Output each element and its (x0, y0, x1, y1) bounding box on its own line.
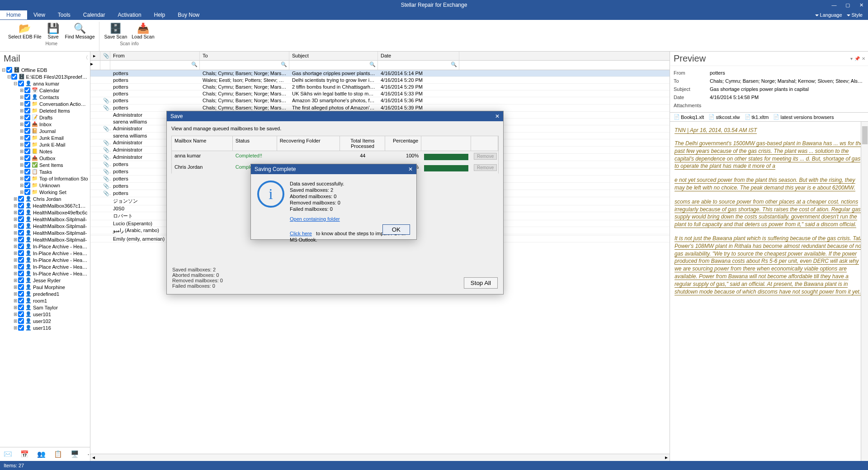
tree-checkbox[interactable] (24, 182, 30, 188)
message-row[interactable]: pottersChals; Cymru; Barsen; Norge; Mars… (90, 70, 670, 77)
tree-checkbox[interactable] (24, 87, 30, 93)
preview-pin-icon[interactable]: 📌 (854, 56, 860, 61)
tree-checkbox[interactable] (11, 74, 17, 80)
close-button[interactable]: ✕ (854, 0, 868, 10)
remove-button[interactable]: Remove (474, 164, 497, 171)
tree-checkbox[interactable] (18, 230, 24, 236)
tree-checkbox[interactable] (18, 203, 24, 209)
tree-checkbox[interactable] (24, 101, 30, 107)
tree-path[interactable]: ⊟🗄️E:\EDB Files\2013\predefined (0, 73, 90, 80)
tree-checkbox[interactable] (18, 209, 24, 215)
tab-help[interactable]: Help (148, 10, 172, 19)
tree-checkbox[interactable] (24, 94, 30, 100)
mailbox-room1[interactable]: ⊞👤room1 (0, 297, 90, 304)
tree-checkbox[interactable] (24, 155, 30, 161)
mailbox-predefined1[interactable]: ⊞👤predefined1 (0, 290, 90, 297)
mailbox-healthmailboxe49efbc6c[interactable]: ⊞👤HealthMailboxe49efbc6c (0, 209, 90, 216)
mailbox-healthmailbox-sitpimail-[interactable]: ⊞👤HealthMailbox-SitpImail- (0, 216, 90, 223)
date-column-header[interactable]: Date (378, 52, 459, 60)
mailbox-anna-kumar[interactable]: ⊟👤anna kumar (0, 80, 90, 87)
save-scan-button[interactable]: 🗄️ Save Scan (102, 22, 129, 40)
subject-filter[interactable]: 🔍 (289, 61, 378, 70)
tree-checkbox[interactable] (24, 189, 30, 195)
subject-column-header[interactable]: Subject (289, 52, 378, 60)
tree-checkbox[interactable] (24, 176, 30, 181)
folder-journal[interactable]: ⊞📔Journal (0, 128, 90, 134)
tab-home[interactable]: Home (0, 10, 27, 19)
mailbox-paul-morphine[interactable]: ⊞👤Paul Morphine (0, 284, 90, 290)
mailbox-user116[interactable]: ⊞👤user116 (0, 324, 90, 331)
tree-checkbox[interactable] (24, 162, 30, 168)
mailbox-user102[interactable]: ⊞👤user102 (0, 318, 90, 324)
tasks-view-icon[interactable]: 📋 (52, 448, 64, 460)
horizontal-scrollbar[interactable]: ◂▸ (90, 454, 670, 461)
folder-working-set[interactable]: ⊞📁Working Set (0, 189, 90, 195)
tree-checkbox[interactable] (18, 250, 24, 256)
folder-junk-e-mail[interactable]: ⊞📁Junk E-Mail (0, 141, 90, 148)
tree-checkbox[interactable] (24, 114, 30, 120)
tree-checkbox[interactable] (18, 237, 24, 242)
click-here-link[interactable]: Click here (290, 230, 312, 237)
flag-column-header[interactable]: ▸ (90, 52, 100, 60)
stop-all-button[interactable]: Stop All (464, 277, 498, 289)
contacts-view-icon[interactable]: 👥 (35, 448, 47, 460)
folder-inbox[interactable]: ⊞📥Inbox (0, 121, 90, 128)
mailbox-healthmailbox-sitpimail-[interactable]: ⊞👤HealthMailbox-SitpImail- (0, 236, 90, 243)
folder-notes[interactable]: ⊞📒Notes (0, 148, 90, 155)
tree-checkbox[interactable] (18, 216, 24, 222)
preview-dropdown-icon[interactable]: ▾ (850, 56, 853, 61)
tree-checkbox[interactable] (18, 81, 24, 86)
folder-deleted-items[interactable]: ⊞📁Deleted Items (0, 107, 90, 114)
mail-view-icon[interactable]: ✉️ (2, 448, 14, 460)
collapse-sidebar-icon[interactable]: 〈 (83, 54, 88, 61)
folder-top-of-information-sto[interactable]: ⊞📁Top of Information Sto (0, 175, 90, 182)
vertical-scrollbar[interactable] (861, 122, 868, 461)
mailbox-in-place-archive-healthl[interactable]: ⊞👤In-Place Archive - Healthl (0, 256, 90, 263)
tree-checkbox[interactable] (18, 298, 24, 304)
tree-checkbox[interactable] (18, 223, 24, 229)
tree-checkbox[interactable] (24, 128, 30, 134)
tab-view[interactable]: View (27, 10, 52, 19)
tree-checkbox[interactable] (24, 121, 30, 127)
message-row[interactable]: pottersChals; Cymru; Barsen; Norge; Mars… (90, 84, 670, 90)
tab-buy-now[interactable]: Buy Now (171, 10, 206, 19)
message-row[interactable]: pottersWales; Eesti; Ison; Potters; Stee… (90, 77, 670, 84)
mailbox-chris-jordan[interactable]: ⊞👤Chris Jordan (0, 195, 90, 202)
calendar-view-icon[interactable]: 📅 (19, 448, 31, 460)
journal-view-icon[interactable]: 🖥️ (69, 448, 81, 460)
tab-calendar[interactable]: Calendar (77, 10, 112, 19)
date-filter[interactable]: 🔍 (378, 61, 459, 70)
mailbox-in-place-archive-healthl[interactable]: ⊞👤In-Place Archive - Healthl (0, 270, 90, 277)
attachment-item[interactable]: 📄tk1.xltm (745, 114, 769, 120)
mailbox-healthmailbox-sitpimail-[interactable]: ⊞👤HealthMailbox-SitpImail- (0, 223, 90, 229)
folder-outbox[interactable]: ⊞📤Outbox (0, 155, 90, 161)
tab-activation[interactable]: Activation (112, 10, 148, 19)
tree-checkbox[interactable] (18, 243, 24, 249)
attachment-item[interactable]: 📄latest versions browsers (773, 114, 834, 120)
scrollbar-thumb[interactable] (862, 126, 868, 144)
minimize-button[interactable]: — (827, 0, 841, 10)
tab-tools[interactable]: Tools (52, 10, 77, 19)
folder-tasks[interactable]: ⊞📋Tasks (0, 168, 90, 175)
mailbox-in-place-archive-healthl[interactable]: ⊞👤In-Place Archive - Healthl (0, 243, 90, 250)
tree-checkbox[interactable] (18, 196, 24, 202)
folder-conversation-action-s[interactable]: ⊞📁Conversation Action S (0, 100, 90, 107)
folder-contacts[interactable]: ⊞👤Contacts (0, 94, 90, 100)
tree-checkbox[interactable] (24, 108, 30, 114)
maximize-button[interactable]: ▢ (841, 0, 854, 10)
tree-checkbox[interactable] (18, 284, 24, 290)
tree-checkbox[interactable] (24, 169, 30, 175)
to-column-header[interactable]: To (200, 52, 289, 60)
mailbox-healthmailbox-sitpimail-[interactable]: ⊞👤HealthMailbox-SitpImail- (0, 229, 90, 236)
tree-checkbox[interactable] (18, 271, 24, 276)
folder-calendar[interactable]: ⊞📅Calendar (0, 87, 90, 94)
tree-checkbox[interactable] (18, 264, 24, 270)
mailbox-in-place-archive-healthl[interactable]: ⊞👤In-Place Archive - Healthl (0, 250, 90, 256)
folder-sent-items[interactable]: ⊞✅Sent Items (0, 161, 90, 168)
folder-junk-email[interactable]: ⊞📁Junk Email (0, 134, 90, 141)
to-filter[interactable]: 🔍 (200, 61, 289, 70)
tree-root[interactable]: ⊟🗄️Offline EDB (0, 66, 90, 73)
save-button[interactable]: 💾 Save (44, 22, 62, 40)
remove-button[interactable]: Remove (474, 153, 497, 160)
tree-checkbox[interactable] (18, 291, 24, 297)
